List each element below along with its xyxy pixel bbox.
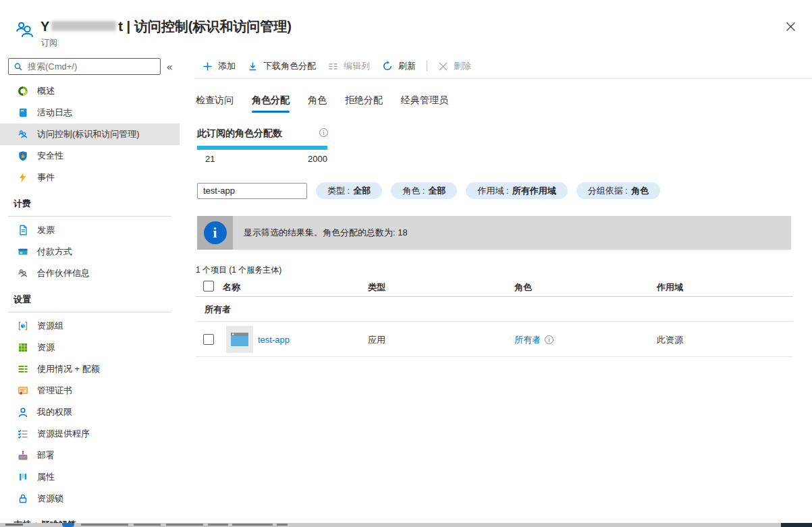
filter-pill-role[interactable]: 角色 :全部 <box>391 182 457 199</box>
sidebar-item-events[interactable]: 事件 <box>0 167 180 188</box>
sidebar-item-partner-information[interactable]: 合作伙伴信息 <box>0 262 180 284</box>
row-name-link[interactable]: test-app <box>258 323 290 357</box>
sidebar-item-resource-providers[interactable]: 资源提供程序 <box>0 423 180 445</box>
sidebar-item-properties[interactable]: 属性 <box>0 466 180 488</box>
resource-group-icon <box>18 321 28 331</box>
banner-icon-box: i <box>197 216 233 250</box>
role-assignment-progress-bar <box>197 146 327 150</box>
sidebar-item-access-control[interactable]: 访问控制(标识和访问管理) <box>0 123 180 145</box>
group-row-owner[interactable]: 所有者 <box>196 298 793 322</box>
sidebar-item-activity-log[interactable]: 活动日志 <box>0 102 180 123</box>
column-header-type[interactable]: 类型 <box>368 281 385 294</box>
edit-columns-button[interactable]: 编辑列 <box>322 57 376 75</box>
search-input[interactable] <box>28 61 155 72</box>
app-avatar <box>226 326 253 353</box>
delete-button[interactable]: 删除 <box>432 57 477 75</box>
security-icon <box>18 150 28 161</box>
tab-classic-administrators[interactable]: 经典管理员 <box>401 94 448 113</box>
edit-columns-icon <box>328 61 338 72</box>
overview-icon <box>18 86 28 96</box>
close-button[interactable] <box>784 20 797 33</box>
sidebar-collapse-button[interactable]: « <box>167 61 172 72</box>
activity-log-icon <box>18 107 28 118</box>
sidebar-item-resources[interactable]: 资源 <box>0 337 180 358</box>
usage-quota-icon <box>18 364 28 375</box>
subscription-people-icon <box>14 19 36 40</box>
download-icon <box>248 61 258 72</box>
role-assignment-count-heading: 此订阅的角色分配数 <box>197 128 327 140</box>
filter-search-input[interactable] <box>197 183 307 199</box>
info-banner-icon: i <box>204 221 227 244</box>
row-checkbox[interactable] <box>203 334 214 345</box>
properties-icon <box>18 472 28 482</box>
command-bar: 添加 下载角色分配 编辑列 刷新 删除 <box>196 57 477 75</box>
background-window-edge <box>0 523 812 527</box>
add-icon <box>202 61 213 72</box>
tab-deny-assignments[interactable]: 拒绝分配 <box>345 94 383 113</box>
table-summary: 1 个项目 (1 个服务主体) <box>196 265 281 276</box>
tab-check-access[interactable]: 检查访问 <box>196 94 234 113</box>
access-control-icon <box>18 129 28 140</box>
sidebar-section-settings: 设置 <box>8 292 171 312</box>
deployments-icon <box>18 450 28 461</box>
partner-icon <box>18 268 28 279</box>
invoice-icon <box>18 225 28 235</box>
add-button[interactable]: 添加 <box>196 57 242 75</box>
resources-icon <box>18 342 28 353</box>
tab-roles[interactable]: 角色 <box>308 94 327 113</box>
close-icon <box>786 22 796 32</box>
role-info-icon[interactable]: i <box>545 335 553 344</box>
sidebar-item-payment-methods[interactable]: 付款方式 <box>0 241 180 262</box>
tab-role-assignments[interactable]: 角色分配 <box>252 94 290 113</box>
progress-labels: 21 2000 <box>197 154 327 164</box>
certificate-icon <box>18 385 28 396</box>
table-row[interactable]: test-app 应用 所有者 i 此资源 <box>196 323 793 357</box>
application-icon <box>230 331 249 348</box>
column-header-role[interactable]: 角色 <box>514 281 532 294</box>
delete-icon <box>438 61 448 72</box>
download-role-assignments-button[interactable]: 下载角色分配 <box>242 57 322 75</box>
page-title: Yt | 访问控制(标识和访问管理) <box>40 18 292 36</box>
sidebar-item-my-permissions[interactable]: 我的权限 <box>0 401 180 423</box>
pivot-tabs: 检查访问 角色分配 角色 拒绝分配 经典管理员 <box>196 94 448 113</box>
sidebar-item-overview[interactable]: 概述 <box>0 80 180 102</box>
sidebar: « 概述 活动日志 访问控制(标识和访问管理) <box>0 57 180 527</box>
lock-icon <box>18 493 28 504</box>
row-role-link[interactable]: 所有者 <box>514 334 541 346</box>
refresh-icon <box>382 61 393 72</box>
progress-current: 21 <box>205 154 215 164</box>
filter-pill-type[interactable]: 类型 :全部 <box>316 182 382 199</box>
filter-bar: 类型 :全部 角色 :全部 作用域 :所有作用域 分组依据 :角色 <box>197 182 660 199</box>
filter-pill-group-by[interactable]: 分组依据 :角色 <box>576 182 660 199</box>
row-type: 应用 <box>368 323 385 357</box>
column-header-scope[interactable]: 作用域 <box>657 281 683 294</box>
sidebar-search[interactable] <box>8 58 161 75</box>
sidebar-item-invoices[interactable]: 发票 <box>0 219 180 241</box>
progress-limit: 2000 <box>308 154 327 164</box>
refresh-button[interactable]: 刷新 <box>376 57 422 75</box>
table-header-row: 名称 类型 角色 作用域 <box>196 279 793 297</box>
row-role: 所有者 i <box>514 323 553 357</box>
sidebar-item-usage-quotas[interactable]: 使用情况 + 配额 <box>0 358 180 380</box>
sidebar-section-billing: 计费 <box>8 196 171 217</box>
banner-message: 显示筛选的结果集。角色分配的总数为: 18 <box>233 216 791 250</box>
sidebar-item-deployments[interactable]: 部署 <box>0 445 180 466</box>
page-subtitle: 订阅 <box>41 37 57 49</box>
sidebar-item-management-certificates[interactable]: 管理证书 <box>0 380 180 401</box>
select-all-checkbox[interactable] <box>203 281 214 292</box>
permissions-icon <box>18 407 28 418</box>
progress-fill <box>197 146 327 150</box>
column-header-name[interactable]: 名称 <box>223 281 240 294</box>
sidebar-item-resource-locks[interactable]: 资源锁 <box>0 488 180 509</box>
redacted-subscription-name <box>51 21 116 31</box>
sidebar-item-security[interactable]: 安全性 <box>0 145 180 167</box>
sidebar-item-resource-groups[interactable]: 资源组 <box>0 315 180 337</box>
resource-providers-icon <box>18 428 28 439</box>
toolbar-divider <box>427 61 427 72</box>
search-icon <box>13 62 23 72</box>
events-icon <box>18 172 28 183</box>
info-icon[interactable]: i <box>319 128 328 137</box>
filter-pill-scope[interactable]: 作用域 :所有作用域 <box>466 182 567 199</box>
row-scope: 此资源 <box>657 323 683 357</box>
toolbar-divider-line <box>196 78 812 79</box>
